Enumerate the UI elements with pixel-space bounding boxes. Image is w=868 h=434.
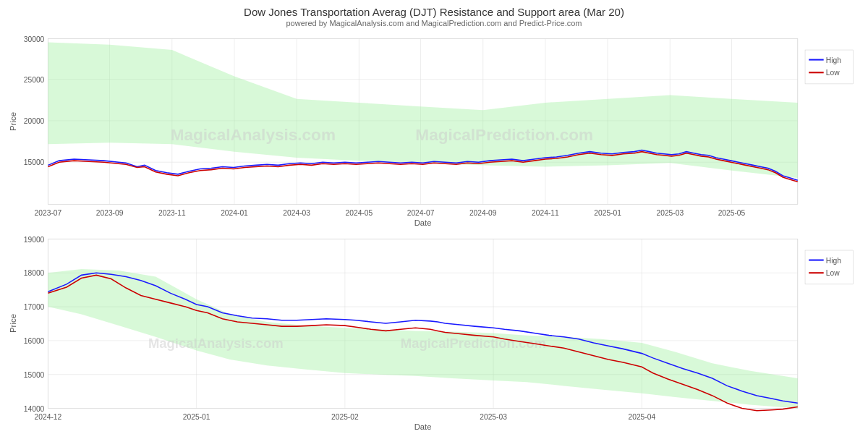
charts-container: 30000 25000 20000 15000 2023-07 2023-09 … <box>0 29 868 434</box>
top-y-axis-title: Price <box>9 112 17 131</box>
top-chart-wrapper: 30000 25000 20000 15000 2023-07 2023-09 … <box>7 31 861 227</box>
subtitle: powered by MagicalAnalysis.com and Magic… <box>0 19 868 27</box>
top-legend-high-label: High <box>826 56 841 64</box>
bottom-y-axis-title: Price <box>9 314 17 333</box>
bottom-legend-low-label: Low <box>826 269 840 277</box>
x-tick-2024-09: 2024-09 <box>469 209 497 217</box>
x-tick-2023-09: 2023-09 <box>96 209 124 217</box>
bottom-chart-svg: 19000 18000 17000 16000 15000 14000 2024… <box>7 231 861 434</box>
y-tick-20000: 20000 <box>24 117 45 125</box>
main-title: Dow Jones Transportation Averag (DJT) Re… <box>0 6 868 18</box>
bottom-legend-box <box>805 250 854 284</box>
top-chart-svg: 30000 25000 20000 15000 2023-07 2023-09 … <box>7 31 861 227</box>
y-tick-30000: 30000 <box>24 35 45 43</box>
bottom-watermark1: MagicalAnalysis.com <box>148 336 284 351</box>
x-tick-2025-01: 2025-01 <box>183 413 210 421</box>
y-tick-25000: 25000 <box>24 76 45 84</box>
top-watermark1: MagicalAnalysis.com <box>171 125 336 144</box>
top-legend-box <box>805 50 854 84</box>
bottom-x-axis-title: Date <box>414 422 432 430</box>
y-tick-16000: 16000 <box>24 337 45 345</box>
bottom-watermark2: MagicalPrediction.com <box>401 336 546 351</box>
y-tick-14000: 14000 <box>24 404 45 412</box>
x-tick-2025-01: 2025-01 <box>594 209 621 217</box>
x-tick-2023-07: 2023-07 <box>35 209 62 217</box>
x-tick-2025-05: 2025-05 <box>718 209 746 217</box>
bottom-chart-wrapper: 19000 18000 17000 16000 15000 14000 2024… <box>7 231 861 434</box>
x-tick-2024-11: 2024-11 <box>532 209 559 217</box>
x-tick-2024-03: 2024-03 <box>283 209 310 217</box>
x-tick-2024-01: 2024-01 <box>221 209 248 217</box>
x-tick-2025-03: 2025-03 <box>480 413 507 421</box>
top-x-axis-title: Date <box>414 218 432 227</box>
bottom-legend-high-label: High <box>826 256 841 264</box>
x-tick-2023-11: 2023-11 <box>158 209 186 217</box>
top-watermark2: MagicalPrediction.com <box>415 125 593 144</box>
x-tick-2024-05: 2024-05 <box>346 209 373 217</box>
y-tick-15000: 15000 <box>24 371 45 379</box>
x-tick-2024-12: 2024-12 <box>35 413 62 421</box>
x-tick-2025-03: 2025-03 <box>656 209 684 217</box>
y-tick-17000: 17000 <box>24 303 45 311</box>
title-section: Dow Jones Transportation Averag (DJT) Re… <box>0 0 868 29</box>
y-tick-18000: 18000 <box>24 269 45 277</box>
x-tick-2025-04: 2025-04 <box>628 413 655 421</box>
y-tick-19000: 19000 <box>24 235 45 243</box>
x-tick-2024-07: 2024-07 <box>407 209 435 217</box>
top-legend-low-label: Low <box>826 69 840 77</box>
y-tick-15000: 15000 <box>24 158 45 166</box>
x-tick-2025-02: 2025-02 <box>331 413 359 421</box>
page-container: Dow Jones Transportation Averag (DJT) Re… <box>0 0 868 434</box>
